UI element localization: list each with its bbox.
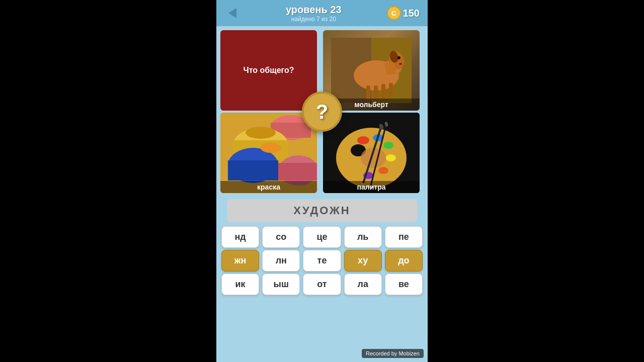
level-title: уровень 23 — [240, 4, 387, 16]
svg-point-29 — [383, 142, 393, 149]
image-cell-3: краска — [220, 113, 317, 193]
svg-point-11 — [397, 56, 400, 59]
letter-btn-r3-c4[interactable]: ла — [344, 274, 382, 295]
svg-rect-21 — [278, 163, 317, 180]
svg-point-12 — [399, 63, 402, 65]
svg-point-30 — [386, 154, 396, 161]
svg-point-31 — [378, 167, 388, 174]
watermark: Recorded by Mobizen — [362, 349, 424, 358]
coins-display: С 150 — [387, 6, 420, 20]
svg-point-23 — [246, 127, 276, 139]
letter-btn-r2-c3[interactable]: те — [303, 250, 341, 272]
back-arrow-icon — [228, 8, 236, 18]
images-grid: Что общего? — [216, 26, 428, 197]
header: уровень 23 найдено 7 из 20 С 150 — [216, 0, 428, 26]
letter-btn-r3-c1[interactable]: ик — [221, 274, 259, 295]
svg-rect-9 — [389, 83, 393, 97]
letter-btn-r1-c3[interactable]: це — [303, 226, 341, 248]
cell4-label: палитра — [323, 181, 420, 193]
svg-point-22 — [261, 143, 281, 153]
letter-btn-r1-c2[interactable]: со — [262, 226, 300, 248]
letter-btn-r2-c1[interactable]: жн — [221, 250, 259, 272]
question-mark: ? — [316, 101, 328, 123]
letter-btn-r1-c4[interactable]: ль — [344, 226, 382, 248]
right-panel — [428, 0, 644, 362]
letter-btn-r3-c5[interactable]: ве — [385, 274, 423, 295]
letter-btn-r1-c5[interactable]: пе — [385, 226, 423, 248]
answer-display: ХУДОЖН — [227, 199, 417, 222]
letter-btn-r3-c3[interactable]: от — [303, 274, 341, 295]
coin-icon: С — [387, 6, 401, 20]
letter-btn-r2-c4[interactable]: ху — [344, 250, 382, 272]
letters-row-3: икышотлаве — [216, 274, 428, 295]
answer-text: ХУДОЖН — [293, 204, 351, 217]
horse-svg — [331, 38, 412, 103]
svg-point-27 — [357, 136, 369, 144]
letters-row-2: жнлнтехудо — [216, 250, 428, 272]
svg-rect-8 — [381, 84, 385, 99]
game-container: уровень 23 найдено 7 из 20 С 150 Что общ… — [216, 0, 428, 362]
image-cell-4: палитра — [323, 113, 420, 193]
letter-btn-r3-c2[interactable]: ыш — [262, 274, 300, 295]
cell1-text: Что общего? — [238, 61, 299, 80]
cell3-label: краска — [220, 181, 317, 193]
level-info: уровень 23 найдено 7 из 20 — [240, 4, 387, 23]
left-panel — [0, 0, 216, 362]
svg-rect-19 — [228, 160, 278, 180]
coin-amount: 150 — [403, 8, 420, 19]
back-button[interactable] — [224, 5, 240, 21]
letter-btn-r2-c5[interactable]: до — [385, 250, 423, 272]
letter-btn-r1-c1[interactable]: нд — [221, 226, 259, 248]
question-circle: ? — [302, 92, 342, 132]
image-cell-1: Что общего? — [220, 30, 317, 111]
level-subtitle: найдено 7 из 20 — [240, 16, 387, 23]
letters-row-1: ндсоцельпе — [216, 226, 428, 248]
letter-btn-r2-c2[interactable]: лн — [262, 250, 300, 272]
